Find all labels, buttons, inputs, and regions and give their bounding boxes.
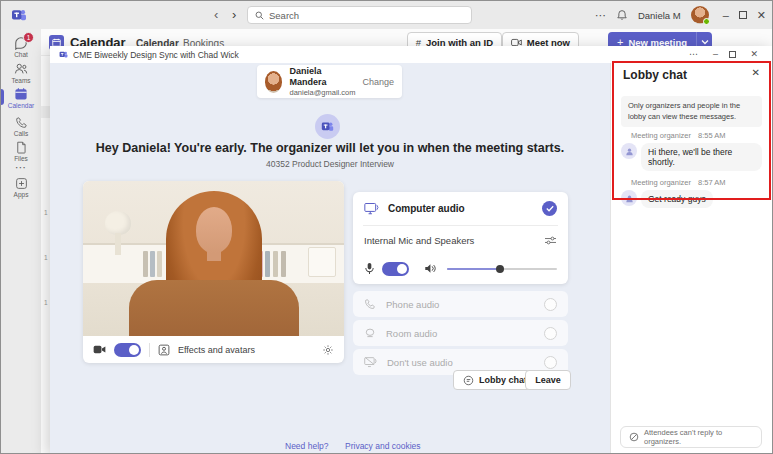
- effects-label[interactable]: Effects and avatars: [178, 345, 255, 355]
- file-icon: [15, 141, 27, 154]
- lobby-chat-title: Lobby chat: [623, 68, 687, 82]
- device-settings-icon[interactable]: [544, 235, 557, 246]
- sidebar-item-files[interactable]: Files: [1, 141, 41, 162]
- app-sidebar: 1 Chat Teams Calendar Calls: [1, 29, 41, 454]
- window-titlebar: ‹ › Search ⋯ Daniela M – ✕: [1, 1, 773, 29]
- settings-gear-icon[interactable]: [322, 344, 334, 356]
- room-audio-option[interactable]: Room audio: [353, 320, 568, 346]
- phone-icon: [364, 298, 376, 310]
- no-audio-icon: [364, 356, 377, 368]
- computer-audio-option[interactable]: Computer audio: [353, 192, 568, 225]
- close-chat-icon[interactable]: ✕: [752, 67, 760, 78]
- search-icon: [255, 11, 264, 20]
- profile-email: daniela@gmail.com: [289, 88, 355, 97]
- organizer-avatar: [621, 143, 637, 159]
- chevron-down-icon: [701, 39, 709, 45]
- nav-back-button[interactable]: ‹: [214, 1, 218, 29]
- profile-card: Daniela Mandera daniela@gmail.com Change: [257, 65, 402, 98]
- sidebar-item-apps[interactable]: Apps: [1, 177, 41, 198]
- volume-slider-fill: [447, 268, 500, 270]
- room-audio-icon: [364, 327, 376, 339]
- search-input[interactable]: Search: [247, 6, 472, 24]
- message-bubble: Hi there, we'll be there shortly.: [641, 143, 762, 171]
- teams-logo-icon: [59, 50, 68, 59]
- chat-message: Get ready guys: [621, 190, 762, 208]
- no-audio-radio[interactable]: [544, 356, 557, 369]
- speaker-icon: [424, 263, 436, 274]
- teams-hero-icon: [315, 114, 340, 139]
- reply-disabled-note: Attendees can't reply to organizers.: [620, 426, 762, 448]
- maximize-button[interactable]: [739, 11, 747, 19]
- calendar-icon: [14, 87, 28, 101]
- chat-badge: 1: [23, 32, 34, 43]
- close-button[interactable]: ✕: [757, 9, 766, 22]
- effects-icon: [158, 344, 170, 356]
- computer-audio-icon: [364, 202, 379, 215]
- mic-volume-row: [353, 253, 568, 284]
- user-name-label: Daniela M: [638, 10, 681, 21]
- lobby-greeting: Hey Daniela! You're early. The organizer…: [50, 141, 610, 155]
- message-meta: Meeting organizer8:55 AM: [631, 131, 762, 140]
- lobby-chat-notice: Only organizers and people in the lobby …: [621, 96, 762, 127]
- audio-device-label: Internal Mic and Speakers: [364, 235, 474, 246]
- teams-people-icon: [14, 62, 28, 76]
- camera-preview: [83, 181, 344, 336]
- sidebar-item-chat[interactable]: 1 Chat: [1, 36, 41, 58]
- change-account-button[interactable]: Change: [362, 77, 394, 87]
- sidebar-more-button[interactable]: ⋯: [1, 161, 41, 174]
- meeting-window-title: CME Biweekly Design Sync with Chad Wick: [73, 50, 239, 60]
- volume-slider-knob: [496, 265, 504, 273]
- teams-window: ‹ › Search ⋯ Daniela M – ✕ Calendar Cale…: [0, 0, 773, 454]
- status-available-icon: [703, 18, 710, 25]
- sidebar-item-calls[interactable]: Calls: [1, 116, 41, 137]
- nav-forward-button[interactable]: ›: [232, 1, 236, 29]
- volume-slider[interactable]: [447, 268, 557, 270]
- chat-bubble-icon: [463, 375, 474, 386]
- computer-audio-label: Computer audio: [388, 203, 465, 214]
- profile-name: Daniela Mandera: [289, 66, 355, 89]
- time-label: 1: [44, 254, 48, 261]
- mic-toggle[interactable]: [382, 262, 409, 276]
- more-options-icon[interactable]: ⋯: [595, 9, 606, 22]
- room-audio-radio[interactable]: [544, 327, 557, 340]
- video-controls-bar: Effects and avatars: [83, 336, 344, 363]
- message-bubble: Get ready guys: [641, 190, 713, 208]
- maximize-button[interactable]: [729, 51, 736, 58]
- privacy-link[interactable]: Privacy and cookies: [345, 441, 421, 451]
- meeting-name: 40352 Product Designer Interview: [50, 159, 610, 169]
- sidebar-item-calendar[interactable]: Calendar: [1, 87, 41, 109]
- leave-button[interactable]: Leave: [525, 370, 571, 390]
- blocked-icon: [629, 432, 639, 442]
- time-label: 1: [44, 209, 48, 216]
- user-avatar[interactable]: [691, 6, 709, 24]
- close-button[interactable]: ✕: [750, 49, 758, 59]
- minimize-button[interactable]: –: [723, 9, 729, 21]
- chat-message: Hi there, we'll be there shortly.: [621, 143, 762, 171]
- message-meta: Meeting organizer8:57 AM: [631, 178, 762, 187]
- need-help-link[interactable]: Need help?: [285, 441, 328, 451]
- camera-icon: [93, 344, 106, 355]
- apps-icon: [15, 177, 28, 190]
- prejoin-titlebar: CME Biweekly Design Sync with Chad Wick …: [50, 46, 773, 63]
- teams-logo-icon: [11, 7, 27, 23]
- organizer-avatar: [621, 190, 637, 206]
- phone-icon: [15, 116, 28, 129]
- more-options-icon[interactable]: ⋯: [689, 49, 698, 59]
- chat-icon: 1: [14, 36, 28, 50]
- phone-audio-radio[interactable]: [544, 298, 557, 311]
- audio-device-row[interactable]: Internal Mic and Speakers: [353, 227, 568, 253]
- lamp: [105, 211, 131, 235]
- time-label: 1: [44, 299, 48, 306]
- phone-audio-option[interactable]: Phone audio: [353, 291, 568, 317]
- camera-toggle[interactable]: [114, 343, 141, 357]
- more-dots-icon: ⋯: [15, 161, 27, 174]
- notifications-bell-icon[interactable]: [616, 9, 628, 21]
- selected-check-icon: [542, 201, 557, 216]
- sidebar-item-teams[interactable]: Teams: [1, 62, 41, 84]
- mic-icon: [364, 262, 375, 275]
- profile-avatar: [265, 71, 282, 93]
- search-placeholder: Search: [269, 10, 299, 21]
- minimize-button[interactable]: –: [713, 49, 718, 59]
